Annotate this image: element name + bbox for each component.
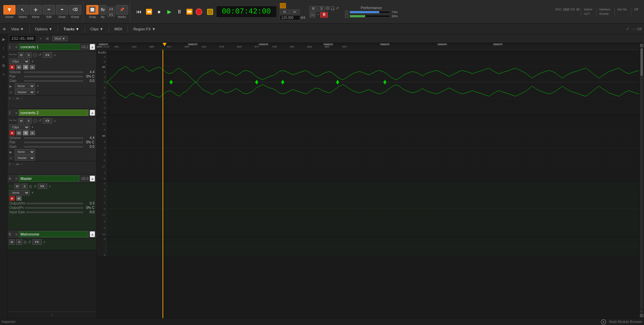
track-2-r-btn[interactable]: R bbox=[9, 131, 15, 135]
track-2-mute-btn[interactable]: M bbox=[18, 118, 24, 124]
track-1-a-btn[interactable]: A bbox=[30, 65, 35, 70]
smart-tool[interactable]: ▼ Smart bbox=[3, 5, 16, 19]
track-2-eq-icon[interactable]: ≡ bbox=[9, 162, 11, 166]
track-2-gain-slider[interactable] bbox=[24, 146, 83, 147]
track-2-solo-btn[interactable]: S bbox=[26, 118, 32, 124]
off-label-btn[interactable]: ↔ Off bbox=[631, 27, 642, 31]
track-1-expand[interactable]: ≡ bbox=[16, 45, 18, 49]
track-1-input-dropdown[interactable]: None bbox=[15, 83, 35, 89]
events-btn[interactable]: Events bbox=[599, 12, 611, 16]
pause-btn[interactable]: ⏸ bbox=[175, 8, 183, 16]
track-2-fx-btn[interactable]: FX bbox=[43, 118, 52, 124]
master-input-gain-slider[interactable] bbox=[26, 212, 83, 213]
add-track-btn[interactable]: + bbox=[39, 36, 42, 40]
left-icon-3[interactable]: ≡ bbox=[1, 54, 7, 60]
track-2-up-icon[interactable]: ↑ bbox=[12, 162, 14, 166]
snap-tool[interactable]: 🔲 Snap bbox=[86, 5, 98, 19]
left-icon-5[interactable]: ≈ bbox=[1, 71, 7, 77]
refresh-icon[interactable]: ↺ bbox=[336, 6, 339, 11]
forward-btn[interactable]: ⏩ bbox=[185, 8, 194, 16]
track-1-solo-btn[interactable]: S bbox=[26, 52, 32, 58]
track-2-circle-icon[interactable]: ○ bbox=[21, 162, 23, 166]
track-2-w-btn[interactable]: W bbox=[16, 131, 22, 135]
by-tool[interactable]: By By bbox=[99, 5, 106, 19]
track-2-prev-icon[interactable]: ⏮ bbox=[16, 162, 19, 166]
mix-re-btn[interactable]: Mix Re bbox=[617, 8, 627, 11]
right-scroll-track[interactable] bbox=[640, 48, 643, 308]
track-1-fx-btn[interactable]: FX bbox=[43, 52, 52, 58]
track-2-name-input[interactable] bbox=[19, 110, 88, 116]
tracks-menu[interactable]: Tracks▼ bbox=[61, 26, 82, 32]
erase-tool[interactable]: ⌫ Erase bbox=[69, 5, 81, 19]
track-2-clips-dropdown[interactable]: Clips bbox=[9, 125, 30, 130]
act-btn[interactable]: ACT bbox=[584, 12, 592, 16]
track-2-add-btn[interactable]: + bbox=[54, 118, 56, 124]
track-2-x-btn[interactable]: ✕ bbox=[23, 131, 28, 135]
left-icon-2[interactable]: ↕ bbox=[1, 45, 7, 51]
master-mute-btn[interactable]: M bbox=[14, 184, 20, 189]
metronome-solo-btn[interactable]: S bbox=[16, 239, 22, 245]
track-1-mute-btn[interactable]: M bbox=[18, 52, 24, 58]
master-track-expand[interactable]: ≡ bbox=[16, 177, 18, 181]
track-1-up-icon[interactable]: ↑ bbox=[12, 96, 14, 100]
metronome-name-input[interactable] bbox=[19, 231, 88, 237]
metronome-mute-btn[interactable]: M bbox=[9, 239, 15, 245]
track-1-gain-slider[interactable] bbox=[24, 80, 83, 82]
right-scrollbar-panel[interactable]: ⟨⟩ bbox=[639, 43, 644, 318]
pdc-btn[interactable]: PDC bbox=[555, 8, 562, 16]
arrow-icon[interactable]: ↔ bbox=[316, 12, 320, 18]
master-output-pan-slider[interactable] bbox=[25, 207, 83, 209]
right-scroll-up[interactable] bbox=[640, 44, 643, 47]
master-add-btn[interactable]: + bbox=[49, 184, 51, 189]
dim-btn[interactable]: DIM bbox=[563, 8, 569, 16]
draw-tool[interactable]: ✒ Draw bbox=[56, 5, 68, 19]
metronome-collapse-btn[interactable]: ▲ bbox=[90, 231, 95, 237]
tracks-content[interactable]: Audio 0 3 9 dB 9 3 0 bbox=[97, 50, 639, 318]
options-menu[interactable]: Options▼ bbox=[32, 26, 55, 32]
snap-value-1[interactable]: 1/4 bbox=[107, 7, 115, 11]
metronome-add-btn[interactable]: + bbox=[43, 239, 46, 245]
move-tool[interactable]: ✛ Move bbox=[30, 5, 42, 19]
track-1-add-btn[interactable]: + bbox=[54, 52, 56, 58]
master-output-vol-slider[interactable] bbox=[27, 203, 83, 204]
clone-btn[interactable]: ⊞ bbox=[45, 36, 50, 41]
world-dropdown[interactable]: Worl▼ bbox=[52, 36, 68, 41]
track-2-volume-slider[interactable] bbox=[24, 137, 83, 139]
track-2-expand[interactable]: ≡ bbox=[16, 111, 18, 115]
track-2-pan-slider[interactable] bbox=[24, 142, 83, 143]
track-1-name-input[interactable] bbox=[19, 44, 79, 50]
track-1-w-btn[interactable]: W bbox=[16, 65, 22, 70]
track-1-r-btn[interactable]: R bbox=[9, 65, 15, 70]
midi-menu[interactable]: MIDI bbox=[112, 26, 125, 32]
headphone-icon[interactable]: 🎧 bbox=[330, 6, 335, 11]
track-1-clips-dropdown[interactable]: Clips bbox=[9, 59, 30, 64]
right-scroll-icon[interactable]: ⟨⟩ bbox=[640, 309, 643, 313]
track-1-volume-slider[interactable] bbox=[24, 72, 83, 73]
rewind-btn[interactable]: ⏪ bbox=[145, 8, 153, 16]
off-btn[interactable]: Off bbox=[634, 8, 638, 11]
metronome-expand[interactable]: ≡ bbox=[16, 233, 18, 236]
w-btn-toolbar[interactable]: W bbox=[576, 8, 579, 16]
tempo-display[interactable]: 120.000 bbox=[280, 15, 300, 20]
master-fx-btn[interactable]: FX bbox=[38, 184, 47, 189]
edit-tool[interactable]: ✏ Edit bbox=[43, 5, 55, 19]
track-2-collapse-btn[interactable]: ▲ bbox=[90, 110, 95, 116]
track-2-a-btn[interactable]: A bbox=[30, 131, 35, 135]
r-btn[interactable]: R bbox=[320, 12, 328, 18]
marks-tool[interactable]: 📌 Marks bbox=[116, 5, 128, 19]
rewind-fast-btn[interactable]: ⏮ bbox=[135, 8, 143, 16]
master-track-collapse-btn[interactable]: ▲ bbox=[90, 175, 95, 182]
s-btn[interactable]: S bbox=[318, 6, 325, 11]
fx-btn-toolbar[interactable]: FX bbox=[570, 8, 575, 16]
master-w-btn[interactable]: W bbox=[16, 196, 22, 201]
track-1-eq-icon[interactable]: ≡ bbox=[9, 96, 11, 100]
view-menu[interactable]: View▼ bbox=[8, 26, 27, 32]
left-icon-4[interactable]: ⊞ bbox=[1, 62, 7, 69]
metronome-fx-btn[interactable]: FX bbox=[32, 239, 42, 245]
record-btn[interactable]: ● bbox=[196, 8, 202, 15]
perf-checkbox-2[interactable] bbox=[345, 15, 348, 18]
expand-btn[interactable]: ⤢ bbox=[625, 27, 630, 31]
master-solo-btn[interactable]: S bbox=[22, 184, 28, 189]
track-1-collapse-btn[interactable]: ▲ bbox=[90, 44, 95, 50]
select-tool[interactable]: ↖ Select bbox=[17, 5, 29, 19]
